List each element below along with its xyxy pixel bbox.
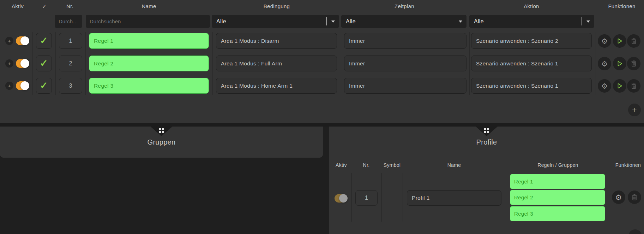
rule-row: + ✓ 3 Regel 3 Area 1 Modus : Home Arm 1 … (0, 78, 644, 94)
trash-icon (631, 60, 637, 67)
delete-button[interactable] (627, 79, 640, 93)
play-icon (616, 38, 623, 44)
chevron-down-icon (586, 21, 590, 23)
chevron-down-icon (459, 21, 462, 23)
select-checkbox[interactable]: ✓ (36, 78, 52, 94)
rule-row: + ✓ 2 Regel 2 Area 1 Modus : Full Arm Im… (0, 55, 644, 71)
profile-row: 1 Profil 1 Regel 1 Regel 2 Regel 3 ⚙ (329, 127, 644, 234)
gear-icon: ⚙ (615, 194, 622, 201)
nr-search-input[interactable] (55, 15, 82, 28)
play-icon (616, 60, 623, 67)
col-header-funktionen: Funktionen (608, 3, 635, 9)
plus-icon[interactable]: + (5, 37, 13, 45)
col-header-check: ✓ (42, 3, 47, 10)
profile-rule-chip[interactable]: Regel 2 (510, 190, 605, 205)
gear-icon: ⚙ (601, 60, 608, 68)
settings-button[interactable]: ⚙ (598, 57, 611, 70)
settings-button[interactable]: ⚙ (598, 34, 611, 48)
settings-button[interactable]: ⚙ (598, 79, 611, 93)
col-header-bedingung: Bedingung (264, 3, 290, 9)
drag-handle-icon (159, 128, 164, 133)
checkmark-icon: ✓ (40, 36, 48, 46)
rule-number: 2 (59, 55, 82, 71)
profile-rule-chip[interactable]: Regel 3 (510, 206, 605, 221)
rule-action-field[interactable]: Szenario anwenden : Szenario 1 (471, 55, 592, 71)
rule-action-field[interactable]: Szenario anwenden : Szenario 1 (471, 78, 592, 94)
toggle-knob (339, 194, 348, 203)
gear-icon: ⚙ (601, 37, 608, 45)
select-checkbox[interactable]: ✓ (36, 33, 52, 49)
profile-rule-chip[interactable]: Regel 1 (510, 174, 605, 189)
col-header-nr: Nr. (66, 3, 73, 9)
rule-schedule-field[interactable]: Immer (344, 33, 467, 49)
checkmark-icon: ✓ (40, 59, 48, 68)
zeitplan-filter-select[interactable]: Alle (341, 15, 467, 28)
chevron-down-icon (331, 21, 335, 23)
profile-delete-button[interactable] (628, 191, 641, 204)
section-divider (0, 123, 644, 127)
play-icon (616, 83, 623, 89)
rule-row: + ✓ 1 Regel 1 Area 1 Modus : Disarm Imme… (0, 33, 644, 49)
col-header-zeitplan: Zeitplan (395, 3, 414, 9)
checkmark-icon: ✓ (40, 81, 48, 90)
gruppen-drag-handle[interactable] (151, 127, 173, 136)
gear-icon: ⚙ (601, 82, 608, 90)
name-search-input[interactable] (86, 15, 210, 28)
trash-icon (631, 83, 637, 89)
add-rule-button[interactable]: + (628, 104, 641, 116)
toggle-knob (20, 36, 29, 45)
rule-schedule-field[interactable]: Immer (344, 78, 467, 94)
rule-number: 3 (59, 78, 82, 94)
col-header-name: Name (142, 3, 156, 9)
rule-condition-field[interactable]: Area 1 Modus : Full Arm (216, 55, 337, 71)
run-button[interactable] (613, 34, 626, 48)
rule-condition-field[interactable]: Area 1 Modus : Home Arm 1 (216, 78, 337, 94)
bedingung-filter-select[interactable]: Alle (212, 15, 339, 28)
rule-number: 1 (59, 33, 82, 49)
trash-icon (631, 38, 637, 44)
rule-action-field[interactable]: Szenario anwenden : Szenario 2 (471, 33, 592, 49)
delete-button[interactable] (627, 57, 640, 70)
aktion-filter-select[interactable]: Alle (469, 15, 594, 28)
toggle-knob (20, 81, 29, 90)
profile-settings-button[interactable]: ⚙ (612, 191, 625, 204)
rule-condition-field[interactable]: Area 1 Modus : Disarm (216, 33, 337, 49)
rule-name-field[interactable]: Regel 2 (89, 55, 209, 71)
profile-number: 1 (355, 190, 378, 206)
col-header-aktiv: Aktiv (12, 3, 24, 9)
col-header-aktion: Aktion (524, 3, 539, 9)
trash-icon (632, 194, 637, 200)
page: Aktiv ✓ Nr. Name Bedingung Zeitplan Akti… (0, 0, 644, 234)
delete-button[interactable] (627, 34, 640, 48)
run-button[interactable] (613, 79, 626, 93)
active-toggle[interactable] (16, 36, 29, 45)
rules-table: Aktiv ✓ Nr. Name Bedingung Zeitplan Akti… (0, 0, 644, 123)
active-toggle[interactable] (16, 59, 29, 68)
profile-panel: Profile Aktiv Nr. Symbol Name Regeln / G… (329, 127, 644, 234)
rule-schedule-field[interactable]: Immer (344, 55, 467, 71)
select-checkbox[interactable]: ✓ (36, 55, 52, 71)
run-button[interactable] (613, 57, 626, 70)
rule-name-field[interactable]: Regel 1 (89, 33, 209, 49)
toggle-knob (20, 59, 29, 68)
active-toggle[interactable] (16, 81, 29, 90)
profile-active-toggle[interactable] (335, 194, 347, 203)
gruppen-panel-title: Gruppen (0, 138, 323, 146)
profile-name-field[interactable]: Profil 1 (407, 190, 501, 206)
rule-name-field[interactable]: Regel 3 (89, 78, 209, 94)
gruppen-panel: Gruppen (0, 127, 323, 158)
plus-icon[interactable]: + (5, 59, 13, 68)
plus-icon[interactable]: + (5, 82, 13, 90)
